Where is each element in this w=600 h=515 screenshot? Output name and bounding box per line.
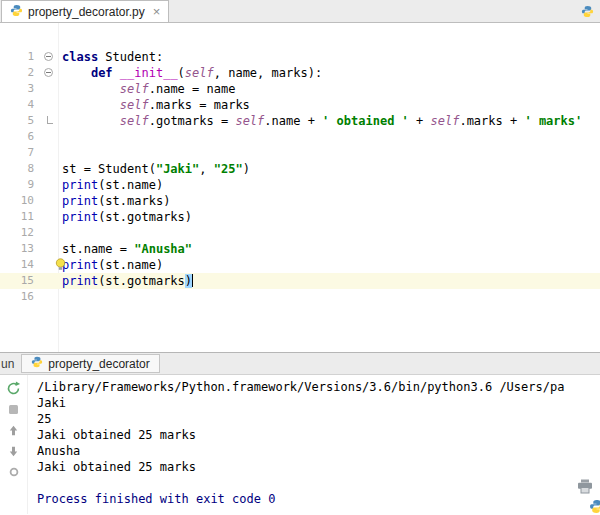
code-line[interactable]: 4 self.marks = marks — [0, 97, 600, 113]
intention-bulb-icon[interactable] — [55, 258, 66, 275]
fold-collapse-icon[interactable] — [44, 52, 53, 61]
code-line[interactable]: 8st = Student("Jaki", "25") — [0, 161, 600, 177]
token: ( — [178, 66, 185, 80]
print-icon[interactable] — [577, 479, 593, 498]
settings-icon[interactable] — [6, 464, 22, 480]
token: print — [62, 210, 98, 224]
fold-gutter[interactable] — [40, 209, 58, 225]
code-text[interactable]: print(st.name) — [58, 177, 163, 193]
line-number[interactable]: 10 — [0, 193, 40, 209]
code-editor[interactable]: 1class Student:2 def __init__(self, name… — [0, 23, 600, 352]
token: print — [62, 274, 98, 288]
code-line[interactable]: 15print(st.gotmarks) — [0, 273, 600, 289]
code-line[interactable]: 13st.name = "Anusha" — [0, 241, 600, 257]
line-number[interactable]: 5 — [0, 113, 40, 129]
tab-close-icon[interactable]: × — [153, 5, 161, 18]
arrow-down-icon[interactable] — [6, 443, 22, 459]
token: self — [120, 82, 149, 96]
token: Student: — [98, 50, 163, 64]
rerun-icon[interactable] — [6, 380, 22, 396]
code-text[interactable]: self.marks = marks — [58, 97, 250, 113]
fold-gutter[interactable] — [40, 129, 58, 145]
python-file-icon — [10, 3, 23, 21]
code-text[interactable]: def __init__(self, name, marks): — [58, 65, 322, 81]
code-text[interactable]: print(st.marks) — [58, 193, 170, 209]
fold-gutter[interactable] — [40, 49, 58, 65]
fold-gutter[interactable] — [40, 145, 58, 161]
fold-gutter[interactable] — [40, 113, 58, 129]
code-text[interactable] — [58, 289, 62, 305]
line-number[interactable]: 11 — [0, 209, 40, 225]
line-number[interactable]: 6 — [0, 129, 40, 145]
token: print — [62, 258, 98, 272]
code-text[interactable]: class Student: — [58, 49, 163, 65]
line-number[interactable]: 8 — [0, 161, 40, 177]
fold-gutter[interactable] — [40, 193, 58, 209]
line-number[interactable]: 1 — [0, 49, 40, 65]
fold-gutter[interactable] — [40, 65, 58, 81]
token: class — [62, 50, 98, 64]
fold-gutter[interactable] — [40, 161, 58, 177]
line-number[interactable]: 4 — [0, 97, 40, 113]
token — [62, 114, 120, 128]
code-line[interactable]: 3 self.name = name — [0, 81, 600, 97]
code-text[interactable]: self.gotmarks = self.name + ' obtained '… — [58, 113, 582, 129]
code-line[interactable]: 5 self.gotmarks = self.name + ' obtained… — [0, 113, 600, 129]
console-output[interactable]: /Library/Frameworks/Python.framework/Ver… — [28, 375, 600, 514]
code-text[interactable] — [58, 225, 62, 241]
line-number[interactable]: 14 — [0, 257, 40, 273]
code-line[interactable]: 9print(st.name) — [0, 177, 600, 193]
python-file-icon — [31, 356, 43, 371]
code-text[interactable] — [58, 145, 62, 161]
editor-tab-property-decorator[interactable]: property_decorator.py × — [1, 0, 169, 22]
line-number[interactable]: 16 — [0, 289, 40, 305]
arrow-up-icon[interactable] — [6, 422, 22, 438]
fold-gutter[interactable] — [40, 81, 58, 97]
token: self — [120, 114, 149, 128]
code-line[interactable]: 12 — [0, 225, 600, 241]
token: , name, marks): — [214, 66, 322, 80]
line-number[interactable]: 2 — [0, 65, 40, 81]
code-text[interactable]: print(st.gotmarks) — [58, 209, 192, 225]
code-line[interactable]: 11print(st.gotmarks) — [0, 209, 600, 225]
line-number[interactable]: 12 — [0, 225, 40, 241]
stop-icon[interactable] — [6, 401, 22, 417]
fold-end-icon — [47, 116, 53, 124]
pycharm-window: property_decorator.py × 1class Student:2… — [0, 0, 600, 515]
fold-gutter[interactable] — [40, 177, 58, 193]
code-line[interactable]: 10print(st.marks) — [0, 193, 600, 209]
fold-gutter[interactable] — [40, 97, 58, 113]
code-text[interactable]: print(st.gotmarks) — [58, 273, 193, 289]
code-text[interactable]: st = Student("Jaki", "25") — [58, 161, 250, 177]
line-number[interactable]: 13 — [0, 241, 40, 257]
corner-python-icon[interactable] — [589, 499, 600, 515]
code-line[interactable]: 14print(st.name) — [0, 257, 600, 273]
fold-gutter[interactable] — [40, 225, 58, 241]
token: __init__ — [120, 66, 178, 80]
line-number[interactable]: 3 — [0, 81, 40, 97]
code-line[interactable]: 7 — [0, 145, 600, 161]
token: print — [62, 178, 98, 192]
code-text[interactable]: st.name = "Anusha" — [58, 241, 192, 257]
token: + — [409, 114, 431, 128]
code-text[interactable]: self.name = name — [58, 81, 235, 97]
inspections-python-icon[interactable] — [581, 4, 595, 18]
console-line: Jaki obtained 25 marks — [37, 459, 600, 475]
run-tab-property-decorator[interactable]: property_decorator — [21, 354, 159, 373]
code-text[interactable] — [58, 129, 62, 145]
token: "25" — [214, 162, 243, 176]
code-line[interactable]: 1class Student: — [0, 49, 600, 65]
code-text[interactable]: print(st.name) — [58, 257, 163, 273]
editor-tab-bar: property_decorator.py × — [0, 0, 600, 23]
fold-gutter[interactable] — [40, 289, 58, 305]
fold-gutter[interactable] — [40, 273, 58, 289]
fold-collapse-icon[interactable] — [44, 68, 53, 77]
token: print — [62, 194, 98, 208]
line-number[interactable]: 15 — [0, 273, 40, 289]
line-number[interactable]: 7 — [0, 145, 40, 161]
line-number[interactable]: 9 — [0, 177, 40, 193]
code-line[interactable]: 6 — [0, 129, 600, 145]
code-line[interactable]: 16 — [0, 289, 600, 305]
code-line[interactable]: 2 def __init__(self, name, marks): — [0, 65, 600, 81]
fold-gutter[interactable] — [40, 241, 58, 257]
